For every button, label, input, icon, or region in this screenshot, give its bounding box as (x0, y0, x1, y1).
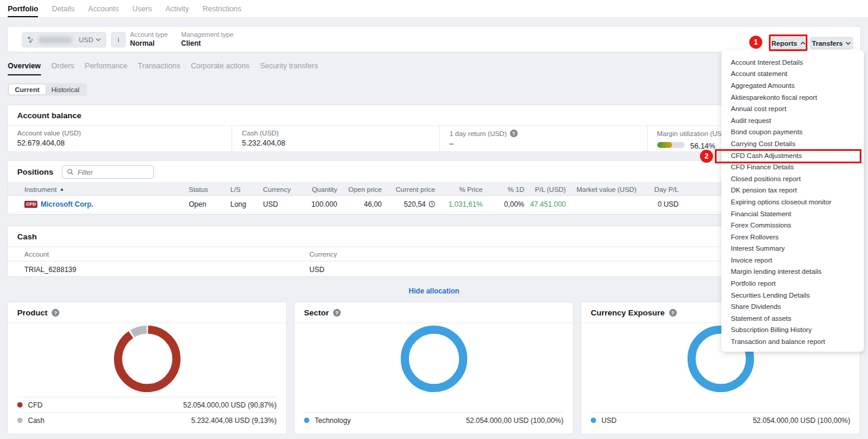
chevron-down-icon (845, 42, 851, 45)
cash-cell-account: TRIAL_6288139 (8, 266, 302, 274)
cfd-product-badge: CFD (24, 201, 37, 208)
management-type-label: Management type (181, 31, 233, 38)
reports-menu-item-subscription-billing-history[interactable]: Subscription Billing History (721, 324, 864, 336)
instrument-link[interactable]: Microsoft Corp. (40, 200, 93, 209)
reports-menu-item-account-statement[interactable]: Account statement (721, 68, 864, 80)
reports-menu-item-carrying-cost-details[interactable]: Carrying Cost Details (721, 138, 864, 150)
reports-menu-item-audit-request[interactable]: Audit request (721, 115, 864, 127)
positions-filter-input[interactable] (77, 168, 148, 176)
reports-menu-item-financial-statement[interactable]: Financial Statement (721, 208, 864, 220)
reports-menu: Account Interest DetailsAccount statemen… (721, 50, 864, 352)
cell-1d: 0,00% (489, 200, 530, 209)
legend-dot (591, 418, 596, 423)
reports-menu-item-account-interest-details[interactable]: Account Interest Details (721, 56, 864, 68)
top-nav-item-users[interactable]: Users (132, 0, 152, 17)
top-nav-item-portfolio[interactable]: Portfolio (8, 0, 38, 17)
sub-tab-transactions[interactable]: Transactions (138, 62, 180, 75)
top-nav-item-details[interactable]: Details (52, 0, 74, 17)
positions-title: Positions (17, 168, 53, 176)
col-header-label: Current price (396, 186, 435, 193)
sub-tab-security-transfers[interactable]: Security transfers (260, 62, 318, 75)
reports-menu-item-dk-pension-tax-report[interactable]: DK pension tax report (721, 185, 864, 197)
metric-value: 5.232.404,08 (242, 139, 439, 147)
metric-label-text: Cash (USD) (242, 130, 278, 137)
reports-menu-item-aktiesparekonto-fiscal-report[interactable]: Aktiesparekonto fiscal report (721, 91, 864, 103)
cell-l-s: Long (224, 200, 257, 209)
legend-value: 5.232.404,08 USD (9,13%) (191, 416, 277, 425)
toggle-current[interactable]: Current (9, 84, 46, 94)
cash-cell-currency: USD (302, 266, 480, 274)
account-selector[interactable]: USD (22, 32, 106, 48)
reports-menu-item-margin-lending-interest-details[interactable]: Margin lending interest details (721, 266, 864, 278)
reports-menu-item-expiring-options-closeout-monitor[interactable]: Expiring options closeout monitor (721, 196, 864, 208)
cash-col-header-currency: Currency (302, 251, 480, 258)
col-header-label: Open price (349, 186, 382, 193)
col-header-instrument[interactable]: Instrument▲ (8, 186, 183, 193)
metric-account-value-usd: Account value (USD)52.679.404,08 (8, 126, 232, 152)
top-nav-item-activity[interactable]: Activity (166, 0, 189, 17)
metric-value: 52.679.404,08 (17, 139, 232, 147)
col-header-label: Instrument (24, 186, 56, 193)
col-header-label: P/L (USD) (535, 186, 566, 193)
view-toggle: CurrentHistorical (8, 83, 87, 96)
donut-chart (294, 324, 573, 394)
col-header-market-value-usd: Market value (USD) (572, 186, 643, 193)
sub-tab-performance[interactable]: Performance (85, 62, 128, 75)
reports-menu-item-transaction-and-balance-report[interactable]: Transaction and balance report (721, 336, 864, 348)
help-icon[interactable]: ? (333, 309, 341, 317)
reports-menu-item-invoice-report[interactable]: Invoice report (721, 254, 864, 266)
cell-quantity: 100.000 (299, 200, 343, 209)
account-type-value: Normal (130, 39, 168, 48)
col-header-price: % Price (441, 186, 489, 193)
reports-menu-item-share-dividends[interactable]: Share Dividends (721, 301, 864, 312)
clock-icon (429, 201, 435, 207)
account-info-button[interactable]: i (111, 32, 126, 48)
chevron-up-icon (800, 42, 806, 45)
col-header-quantity: Quantity (299, 186, 343, 193)
top-nav-item-restrictions[interactable]: Restrictions (202, 0, 241, 17)
reports-menu-item-statement-of-assets[interactable]: Statement of assets (721, 312, 864, 324)
metric-1-day-return-usd: 1 day return (USD)?– (439, 126, 647, 152)
chart-title: Sector (304, 308, 329, 317)
sub-tab-corporate-actions[interactable]: Corporate actions (191, 62, 249, 75)
top-nav-item-accounts[interactable]: Accounts (88, 0, 119, 17)
reports-menu-item-interest-summary[interactable]: Interest Summary (721, 243, 864, 255)
help-icon[interactable]: ? (510, 130, 518, 137)
cell-p-l-usd: 47.451.000 (530, 200, 572, 209)
current-price-value: 520,54 (404, 200, 426, 209)
legend-dot (304, 418, 309, 423)
top-nav-items: PortfolioDetailsAccountsUsersActivityRes… (8, 0, 242, 17)
account-type-label: Account type (130, 31, 168, 38)
positions-filter[interactable] (62, 165, 154, 179)
reports-menu-item-bond-coupon-payments[interactable]: Bond coupon payments (721, 127, 864, 138)
reports-menu-item-cfd-cash-adjustments-highlighted[interactable]: CFD Cash Adjustments (721, 150, 864, 162)
col-header-label: Currency (263, 186, 291, 193)
chart-legend: CFD52.054.000,00 USD (90,87%)Cash5.232.4… (17, 397, 277, 428)
divider (294, 323, 573, 323)
top-nav: PortfolioDetailsAccountsUsersActivityRes… (0, 0, 868, 18)
help-icon[interactable]: ? (52, 309, 59, 317)
reports-menu-item-cfd-finance-details[interactable]: CFD Finance Details (721, 161, 864, 173)
reports-menu-item-forex-rollovers[interactable]: Forex Rollovers (721, 231, 864, 243)
legend-row: CFD52.054.000,00 USD (90,87%) (17, 397, 277, 412)
col-header-day-p-l: Day P/L (643, 186, 685, 193)
sub-tab-orders[interactable]: Orders (52, 62, 74, 75)
reports-menu-item-closed-positions-report[interactable]: Closed positions report (721, 173, 864, 185)
sub-tab-overview[interactable]: Overview (8, 62, 41, 75)
reports-menu-item-portfolio-report[interactable]: Portfolio report (721, 277, 864, 289)
col-header-currency: Currency (257, 186, 299, 193)
management-type-field: Management type Client (181, 31, 233, 48)
reports-menu-item-aggregated-amounts[interactable]: Aggregated Amounts (721, 80, 864, 91)
transfers-button[interactable]: Transfers (810, 37, 853, 49)
reports-menu-item-annual-cost-report[interactable]: Annual cost report (721, 103, 864, 115)
chart-title: Product (17, 308, 47, 317)
help-icon[interactable]: ? (669, 309, 677, 317)
legend-row: USD52.054.000,00 USD (100,00%) (591, 412, 850, 428)
chart-card-sector: Sector?Technology52.054.000,00 USD (100,… (294, 302, 574, 434)
reports-menu-item-securities-lending-details[interactable]: Securities Lending Details (721, 289, 864, 301)
account-selector-icon (27, 36, 34, 43)
reports-button[interactable]: Reports (772, 37, 805, 49)
reports-menu-item-forex-commissions[interactable]: Forex Commissions (721, 219, 864, 231)
toggle-historical[interactable]: Historical (46, 84, 85, 94)
legend-label: USD (601, 416, 616, 425)
